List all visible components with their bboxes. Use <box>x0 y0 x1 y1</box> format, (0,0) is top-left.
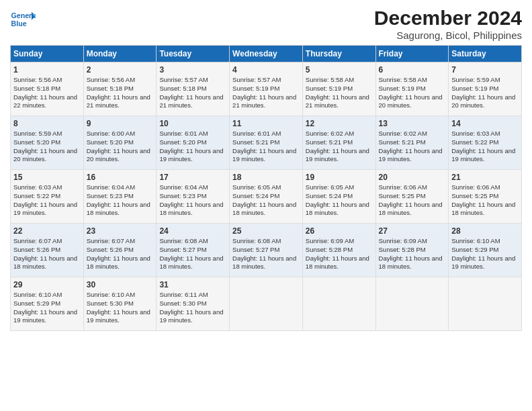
table-row: 21 Sunrise: 6:06 AM Sunset: 5:25 PM Dayl… <box>449 170 522 224</box>
svg-text:Blue: Blue <box>11 19 27 28</box>
logo: General Blue <box>10 7 38 32</box>
calendar-week: 1 Sunrise: 5:56 AM Sunset: 5:18 PM Dayli… <box>11 62 522 116</box>
page-container: General Blue December 2024 Sagurong, Bic… <box>0 0 532 338</box>
table-row: 8 Sunrise: 5:59 AM Sunset: 5:20 PM Dayli… <box>11 116 84 170</box>
col-tuesday: Tuesday <box>157 46 230 62</box>
table-row: 11 Sunrise: 6:01 AM Sunset: 5:21 PM Dayl… <box>230 116 303 170</box>
table-row: 22 Sunrise: 6:07 AM Sunset: 5:26 PM Dayl… <box>11 224 84 277</box>
subtitle: Sagurong, Bicol, Philippines <box>374 30 522 41</box>
header: General Blue December 2024 Sagurong, Bic… <box>10 7 522 41</box>
empty-cell <box>449 277 522 331</box>
empty-cell <box>230 277 303 331</box>
table-row: 1 Sunrise: 5:56 AM Sunset: 5:18 PM Dayli… <box>11 62 84 116</box>
title-area: December 2024 Sagurong, Bicol, Philippin… <box>374 7 522 41</box>
col-monday: Monday <box>83 46 157 62</box>
table-row: 4 Sunrise: 5:57 AM Sunset: 5:19 PM Dayli… <box>230 62 303 116</box>
table-row: 7 Sunrise: 5:59 AM Sunset: 5:19 PM Dayli… <box>449 62 522 116</box>
table-row: 12 Sunrise: 6:02 AM Sunset: 5:21 PM Dayl… <box>302 116 375 170</box>
table-row: 2 Sunrise: 5:56 AM Sunset: 5:18 PM Dayli… <box>83 62 157 116</box>
table-row: 31 Sunrise: 6:11 AM Sunset: 5:30 PM Dayl… <box>157 277 230 331</box>
table-row: 20 Sunrise: 6:06 AM Sunset: 5:25 PM Dayl… <box>375 170 449 224</box>
table-row: 15 Sunrise: 6:03 AM Sunset: 5:22 PM Dayl… <box>11 170 84 224</box>
col-wednesday: Wednesday <box>230 46 303 62</box>
header-row: Sunday Monday Tuesday Wednesday Thursday… <box>11 46 522 62</box>
calendar-week: 22 Sunrise: 6:07 AM Sunset: 5:26 PM Dayl… <box>11 224 522 277</box>
table-row: 3 Sunrise: 5:57 AM Sunset: 5:18 PM Dayli… <box>157 62 230 116</box>
table-row: 17 Sunrise: 6:04 AM Sunset: 5:23 PM Dayl… <box>157 170 230 224</box>
table-row: 18 Sunrise: 6:05 AM Sunset: 5:24 PM Dayl… <box>230 170 303 224</box>
calendar-week: 15 Sunrise: 6:03 AM Sunset: 5:22 PM Dayl… <box>11 170 522 224</box>
col-sunday: Sunday <box>11 46 84 62</box>
main-title: December 2024 <box>374 7 522 30</box>
table-row: 29 Sunrise: 6:10 AM Sunset: 5:29 PM Dayl… <box>11 277 84 331</box>
table-row: 6 Sunrise: 5:58 AM Sunset: 5:19 PM Dayli… <box>375 62 449 116</box>
table-row: 23 Sunrise: 6:07 AM Sunset: 5:26 PM Dayl… <box>83 224 157 277</box>
table-row: 14 Sunrise: 6:03 AM Sunset: 5:22 PM Dayl… <box>449 116 522 170</box>
logo-svg: General Blue <box>10 7 36 32</box>
calendar-week: 29 Sunrise: 6:10 AM Sunset: 5:29 PM Dayl… <box>11 277 522 331</box>
table-row: 13 Sunrise: 6:02 AM Sunset: 5:21 PM Dayl… <box>375 116 449 170</box>
table-row: 26 Sunrise: 6:09 AM Sunset: 5:28 PM Dayl… <box>302 224 375 277</box>
table-row: 30 Sunrise: 6:10 AM Sunset: 5:30 PM Dayl… <box>83 277 157 331</box>
table-row: 5 Sunrise: 5:58 AM Sunset: 5:19 PM Dayli… <box>302 62 375 116</box>
col-thursday: Thursday <box>302 46 375 62</box>
col-saturday: Saturday <box>449 46 522 62</box>
table-row: 25 Sunrise: 6:08 AM Sunset: 5:27 PM Dayl… <box>230 224 303 277</box>
calendar-table: Sunday Monday Tuesday Wednesday Thursday… <box>10 45 522 331</box>
table-row: 24 Sunrise: 6:08 AM Sunset: 5:27 PM Dayl… <box>157 224 230 277</box>
table-row: 19 Sunrise: 6:05 AM Sunset: 5:24 PM Dayl… <box>302 170 375 224</box>
col-friday: Friday <box>375 46 449 62</box>
table-row: 10 Sunrise: 6:01 AM Sunset: 5:20 PM Dayl… <box>157 116 230 170</box>
table-row: 9 Sunrise: 6:00 AM Sunset: 5:20 PM Dayli… <box>83 116 157 170</box>
empty-cell <box>302 277 375 331</box>
calendar-week: 8 Sunrise: 5:59 AM Sunset: 5:20 PM Dayli… <box>11 116 522 170</box>
table-row: 28 Sunrise: 6:10 AM Sunset: 5:29 PM Dayl… <box>449 224 522 277</box>
empty-cell <box>375 277 449 331</box>
table-row: 27 Sunrise: 6:09 AM Sunset: 5:28 PM Dayl… <box>375 224 449 277</box>
table-row: 16 Sunrise: 6:04 AM Sunset: 5:23 PM Dayl… <box>83 170 157 224</box>
